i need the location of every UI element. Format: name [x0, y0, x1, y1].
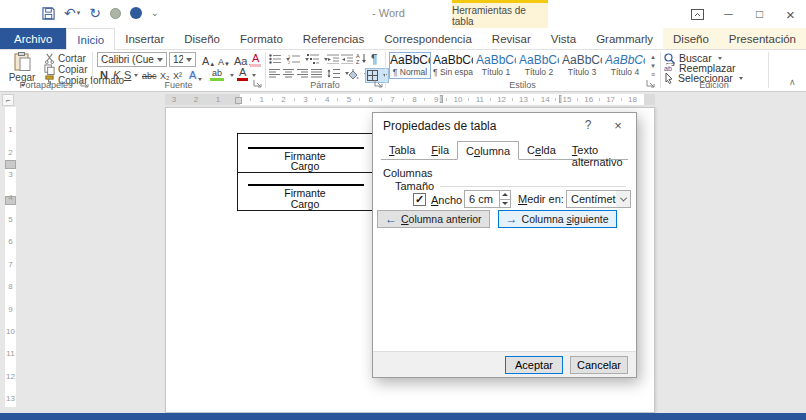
save-icon[interactable]: [42, 4, 55, 22]
tab-stop-selector[interactable]: ⌐: [2, 94, 14, 106]
style-preview: AaBbCcD: [605, 53, 645, 67]
tab-referencias[interactable]: Referencias: [293, 28, 374, 49]
multilevel-list-button[interactable]: [307, 54, 328, 64]
outdent-button[interactable]: [327, 54, 339, 64]
arrow-left-icon: ←: [385, 212, 397, 226]
tab-diseño[interactable]: Diseño: [174, 28, 230, 49]
style-título-3[interactable]: AaBbCcDTítulo 3: [561, 52, 603, 79]
previous-column-button[interactable]: ← Columna anterior: [377, 210, 490, 228]
dialog-section-label: Columnas: [383, 167, 433, 179]
font-size-combo[interactable]: 12: [169, 52, 196, 67]
paragraph-group-label: Párrafo: [265, 80, 385, 90]
table-row-marker[interactable]: [5, 160, 16, 169]
ink-icon[interactable]: [130, 4, 142, 22]
indent-marker[interactable]: [235, 97, 242, 104]
tab-revisar[interactable]: Revisar: [482, 28, 541, 49]
svg-text:1: 1: [288, 54, 291, 59]
tab-insertar[interactable]: Insertar: [115, 28, 174, 49]
sort-button[interactable]: AZ: [356, 53, 368, 64]
strikethrough-button[interactable]: abc: [140, 67, 159, 81]
tab-archivo[interactable]: Archivo: [0, 28, 66, 49]
width-value-input[interactable]: 6 cm: [464, 190, 499, 208]
clear-format-button[interactable]: A: [250, 53, 261, 67]
preferred-width-checkbox[interactable]: ✓: [413, 193, 426, 206]
bullets-button[interactable]: [269, 54, 290, 64]
tab-formato[interactable]: Formato: [230, 28, 293, 49]
maximize-icon[interactable]: □: [744, 0, 775, 28]
numbering-button[interactable]: 12: [288, 54, 309, 64]
style-título-4[interactable]: AaBbCcDTítulo 4: [604, 52, 646, 79]
undo-icon[interactable]: ↶▾: [64, 4, 80, 22]
dialog-tab-columna[interactable]: Columna: [457, 141, 519, 160]
clipboard-dialog-launcher-icon[interactable]: [80, 79, 90, 89]
text-effects-button[interactable]: A: [187, 67, 204, 81]
dialog-close-icon[interactable]: ×: [610, 118, 626, 133]
measure-label: Medir en:: [518, 193, 564, 205]
grow-font-button[interactable]: A▲: [200, 53, 217, 67]
close-icon[interactable]: ×: [775, 0, 806, 28]
tab-grammarly[interactable]: Grammarly: [586, 28, 663, 49]
cut-button[interactable]: Cortar: [44, 53, 86, 64]
vertical-ruler[interactable]: 12345678910111213: [5, 107, 16, 407]
dialog-tab-tabla[interactable]: Tabla: [381, 141, 423, 159]
tab-vista[interactable]: Vista: [541, 28, 586, 49]
spinner-up-icon[interactable]: [500, 191, 510, 200]
ruler-number: 16: [583, 95, 594, 104]
paste-icon: [14, 52, 31, 71]
justify-button[interactable]: [311, 69, 322, 78]
collapse-ribbon-icon[interactable]: ∧: [789, 77, 796, 87]
cancel-button[interactable]: Cancelar: [570, 356, 628, 374]
clipboard-group-label: Portapapeles: [0, 80, 92, 90]
tab-contextual-presentacion[interactable]: Presentación: [719, 28, 806, 49]
dialog-help-icon[interactable]: ?: [580, 118, 596, 132]
tab-inicio[interactable]: Inicio: [66, 28, 115, 50]
styles-gallery-more-icon[interactable]: ≡: [651, 70, 655, 79]
indent-button[interactable]: [341, 54, 353, 64]
ribbon: Pegar Cortar Copiar Copiar formato Porta…: [0, 50, 806, 92]
tab-contextual-diseno[interactable]: Diseño: [663, 28, 719, 49]
styles-scroll-down-icon[interactable]: ▾: [651, 61, 655, 70]
styles-scroll-up-icon[interactable]: ▴: [651, 52, 655, 61]
style-título-2[interactable]: AaBbCcTítulo 2: [518, 52, 560, 79]
measure-dropdown[interactable]: Centímetros: [566, 190, 631, 208]
dialog-tab-celda[interactable]: Celda: [519, 141, 564, 159]
line-spacing-icon: [327, 69, 340, 78]
dialog-footer: Aceptar Cancelar: [373, 351, 636, 377]
align-left-button[interactable]: [269, 69, 280, 78]
subscript-button[interactable]: X₂: [158, 67, 172, 81]
horizontal-ruler[interactable]: 321123456789101112131415161718: [165, 94, 655, 105]
superscript-button[interactable]: X²: [171, 67, 184, 81]
italic-button[interactable]: K: [111, 67, 122, 81]
highlight-button[interactable]: ab: [210, 67, 224, 81]
style-título-1[interactable]: AaBbCcTítulo 1: [475, 52, 517, 79]
minimize-icon[interactable]: ─: [713, 0, 744, 28]
multilevel-list-icon: [307, 54, 319, 64]
shrink-font-button[interactable]: A▼: [216, 53, 232, 67]
next-column-button[interactable]: → Columna siguiente: [498, 210, 617, 228]
styles-dialog-launcher-icon[interactable]: [646, 79, 656, 89]
paragraph-dialog-launcher-icon[interactable]: [374, 79, 384, 89]
dialog-tab-texto[interactable]: Texto alternativo: [564, 141, 631, 159]
grammarly-icon[interactable]: [110, 4, 121, 22]
font-color-button[interactable]: A: [237, 67, 248, 81]
width-spinner[interactable]: [499, 190, 511, 208]
dialog-tab-fila[interactable]: Fila: [423, 141, 457, 159]
bold-button[interactable]: N: [98, 67, 110, 81]
tab-correspondencia[interactable]: Correspondencia: [374, 28, 482, 49]
font-dialog-launcher-icon[interactable]: [253, 79, 263, 89]
redo-icon[interactable]: ↻: [89, 4, 101, 22]
align-right-button[interactable]: [297, 69, 308, 78]
copy-button[interactable]: Copiar: [44, 64, 87, 75]
ruler-number: 11: [475, 95, 485, 104]
align-center-button[interactable]: [283, 69, 294, 78]
style--normal[interactable]: AaBbCcD¶ Normal: [389, 52, 431, 79]
qat-more-icon[interactable]: ⌄: [151, 4, 159, 22]
pilcrow-button[interactable]: ¶: [371, 52, 377, 66]
style--sin-espa-[interactable]: AaBbCcD¶ Sin espa...: [432, 52, 474, 79]
ribbon-display-icon[interactable]: [682, 0, 713, 28]
spinner-down-icon[interactable]: [500, 200, 510, 208]
accept-button[interactable]: Aceptar: [505, 356, 563, 374]
font-name-combo[interactable]: Calibri (Cuerpo: [97, 52, 167, 67]
line-spacing-button[interactable]: [327, 69, 349, 78]
underline-button[interactable]: S: [122, 67, 133, 81]
